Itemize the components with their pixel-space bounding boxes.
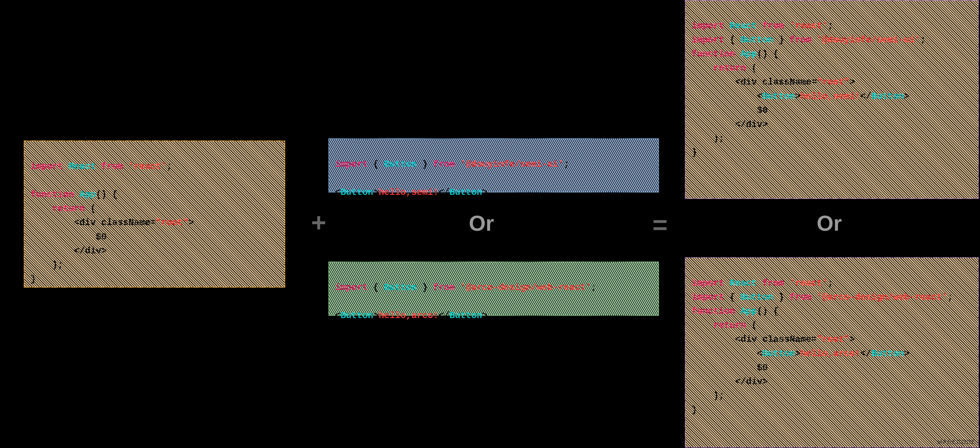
keyword: import [335,159,368,169]
identifier: Button [871,91,904,102]
code: > [482,187,488,198]
string: '@douyinfe/semi-ui' [460,159,564,169]
keyword: function [692,49,735,59]
identifier: Button [340,187,373,198]
keyword: return [692,320,746,331]
string: 'react' [129,161,167,172]
code: } [773,35,790,45]
code: } [692,405,697,415]
punct: ; [591,282,597,293]
string: hello,arco! [379,311,439,321]
identifier: Button [871,349,904,359]
punct: ; [828,278,833,289]
identifier: React [68,161,96,172]
keyword: from [762,21,784,31]
code: > [482,311,488,321]
code: ( [746,63,757,73]
code: </ [860,349,871,359]
code: > [795,91,800,102]
keyword: from [433,282,455,293]
string: 'react' [790,21,828,31]
code: () { [96,190,118,200]
code: { [368,159,384,169]
keyword: function [30,190,74,200]
punct: ; [828,21,833,31]
code: } [773,292,790,303]
keyword: from [101,161,123,172]
code: < [692,349,762,359]
string: hello,semi! [800,91,860,102]
keyword: import [30,161,63,172]
code: </ [439,311,449,321]
code: ); [692,391,724,401]
keyword: from [790,35,811,45]
code: </ [439,187,449,198]
identifier: App [741,306,757,317]
punct: ; [948,292,953,303]
code: ( [85,204,96,214]
code: () { [757,49,779,59]
code: } [30,274,36,284]
keyword: import [692,278,724,289]
punct: ; [920,35,926,45]
code: </div> [692,120,768,130]
string: "root" [156,217,188,228]
code: <div className= [30,217,156,228]
code: </div> [30,246,107,256]
code: > [795,349,800,359]
punct: ; [167,161,172,172]
identifier: React [730,21,757,31]
keyword: from [762,278,784,289]
keyword: import [692,292,724,303]
identifier: Button [762,349,795,359]
code: } [692,147,697,158]
identifier: Button [449,187,482,198]
code: ); [30,260,63,270]
string: "root" [817,334,850,344]
watermark: MARSCODE [937,438,976,445]
string: hello,semi! [379,187,439,198]
code: < [335,311,340,321]
string: '@douyinfe/semi-ui' [817,35,920,45]
code: $0 [692,363,768,373]
or-label: Or [469,211,494,236]
identifier: Button [384,159,417,169]
code: $0 [30,232,107,242]
code-box-semi-snippet: import { Button } from '@douyinfe/semi-u… [328,139,659,193]
keyword: return [30,204,85,214]
code: ( [746,320,757,331]
code: </ [860,91,871,102]
code: < [692,91,762,102]
code: > [904,91,909,102]
identifier: Button [762,91,795,102]
code: > [850,334,855,344]
code: > [373,311,379,321]
identifier: App [80,190,96,200]
identifier: Button [340,311,373,321]
code-box-base-app: import React from 'react'; function App(… [24,140,285,288]
code: > [373,187,379,198]
equals-icon: = [652,210,668,239]
keyword: return [692,63,746,73]
punct: ; [564,159,569,169]
keyword: from [790,292,811,303]
string: '@arco-design/web-react' [817,292,948,303]
string: 'react' [790,278,828,289]
code: > [188,217,194,228]
code: <div className= [692,334,817,344]
code: } [417,282,433,293]
code: < [335,187,340,198]
code-box-arco-snippet: import { Button } from '@arco-design/web… [328,261,659,316]
keyword: from [433,159,455,169]
identifier: App [741,49,757,59]
code: ); [692,133,724,144]
keyword: import [692,35,724,45]
plus-icon: + [311,207,326,238]
string: "root" [817,77,850,87]
keyword: function [692,306,735,317]
code: > [904,349,909,359]
or-label: Or [817,211,842,236]
keyword: import [692,21,724,31]
code: { [724,35,741,45]
identifier: React [730,278,757,289]
